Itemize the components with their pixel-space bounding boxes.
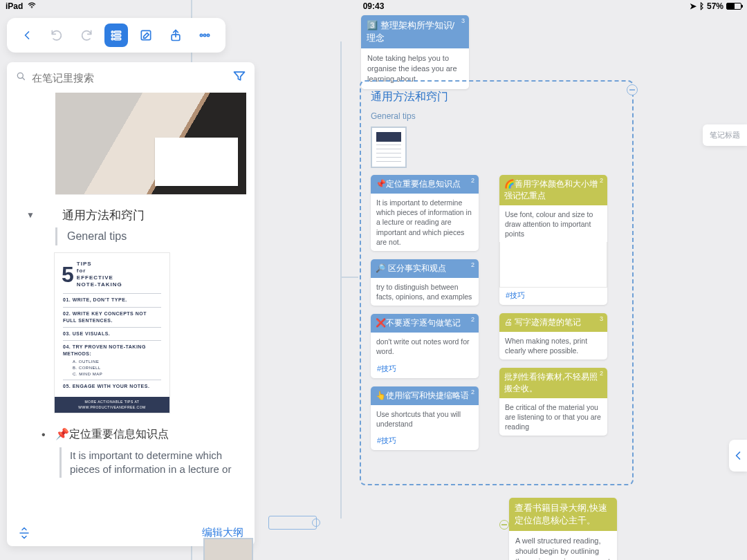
svg-rect-1 (111, 31, 113, 33)
hero-image (55, 93, 246, 195)
node-body: try to distinguish between facts, opinio… (371, 278, 479, 306)
location-icon: ➤ (690, 1, 697, 11)
bluetooth-icon: ᛒ (699, 1, 704, 11)
badge: 3 (461, 17, 465, 24)
node-critical[interactable]: 批判性看待素材,不轻易照搬全收。2 Be critical of the mat… (499, 368, 607, 436)
node-header: 查看书籍目录大纲,快速定位信息核心主干。 (509, 498, 617, 531)
tips-infographic: 5TIPS for EFFECTIVE NOTE-TAKING 01. WRIT… (54, 252, 170, 413)
connector-node[interactable] (268, 516, 317, 530)
svg-rect-5 (111, 38, 113, 39)
group-col-b: 🌈善用字体颜色和大小增强记忆重点2 Use font, colour and s… (499, 175, 607, 450)
redo-button[interactable] (75, 24, 98, 47)
group-title: 通用方法和窍门 (371, 90, 622, 104)
split-icon[interactable] (18, 527, 30, 539)
search-icon (15, 71, 26, 84)
svg-rect-4 (114, 35, 120, 37)
tag[interactable]: #技巧 (371, 361, 479, 378)
device-label: iPad (6, 1, 23, 11)
group-subtitle: General tips (371, 111, 622, 121)
disclosure-icon[interactable]: ▼ (26, 210, 35, 220)
node-no-verbatim[interactable]: ❌不要逐字逐句做笔记2 don't write out notes word f… (371, 314, 479, 377)
group-general-tips[interactable]: 通用方法和窍门 General tips 📌定位重要信息知识点2 It is i… (360, 80, 634, 485)
share-button[interactable] (164, 24, 187, 47)
svg-point-9 (201, 34, 203, 36)
collapse-icon[interactable] (499, 520, 509, 530)
filter-icon[interactable] (232, 69, 246, 86)
tag[interactable]: #技巧 (371, 433, 479, 450)
wifi-icon (27, 1, 37, 12)
outline-body[interactable]: ▼ 通用方法和窍门 General tips 5TIPS for EFFECTI… (7, 93, 255, 522)
node-body: A well structured reading, should begin … (509, 531, 617, 560)
battery-pct: 57% (707, 1, 723, 11)
node-body: don't write out notes word for word. (371, 333, 479, 360)
status-bar: iPad 09:43 ➤ ᛒ 57% (0, 0, 747, 12)
expand-tab[interactable] (729, 440, 747, 472)
node-font-color[interactable]: 🌈善用字体颜色和大小增强记忆重点2 Use font, colour and s… (499, 175, 607, 305)
note-title-tab[interactable]: 笔记标题 (703, 124, 747, 146)
svg-point-11 (208, 34, 210, 36)
node-body: Use font, colour and size to draw attent… (499, 205, 607, 243)
map-vline-2 (340, 41, 342, 519)
collapse-icon[interactable] (627, 84, 638, 95)
outline-panel: ▼ 通用方法和窍门 General tips 5TIPS for EFFECTI… (7, 62, 255, 546)
svg-rect-7 (141, 30, 150, 39)
group-thumbnail (371, 127, 407, 168)
edit-button[interactable] (134, 24, 158, 47)
search-input[interactable] (32, 72, 227, 84)
search-bar (7, 62, 255, 93)
node-print-clearly[interactable]: 🖨 写字迹清楚的笔记3 When making notes, print cle… (499, 313, 607, 360)
note-image (499, 242, 607, 288)
map-hline (342, 277, 358, 278)
node-outline[interactable]: 查看书籍目录大纲,快速定位信息核心主干。 A well structured r… (509, 498, 617, 560)
outline-node-general[interactable]: ▼ 通用方法和窍门 General tips (17, 195, 255, 245)
outline-button[interactable] (104, 24, 128, 47)
node-body: When making notes, print clearly where p… (499, 332, 607, 360)
node-header: 📌定位重要信息知识点2 (371, 175, 479, 194)
node-locate-key[interactable]: 📌定位重要信息知识点2 It is important to determine… (371, 175, 479, 251)
node-distinguish[interactable]: 🔎 区分事实和观点2 try to distinguish between fa… (371, 259, 479, 306)
node-body: Use shortcuts that you will understand (371, 405, 479, 433)
node-organize[interactable]: 3️⃣ 整理架构所学知识/理念3 Note taking helps you t… (361, 15, 469, 89)
back-button[interactable] (15, 24, 39, 47)
node-header: ❌不要逐字逐句做笔记2 (371, 314, 479, 333)
node-body: It is important to determine which piece… (371, 194, 479, 251)
node-body: Be critical of the material you are list… (499, 398, 607, 436)
node-header: 🔎 区分事实和观点2 (371, 259, 479, 278)
node-desc: It is important to determine which piece… (59, 447, 241, 478)
tag[interactable]: #技巧 (499, 288, 607, 305)
undo-button[interactable] (45, 24, 68, 47)
node-subtitle: General tips (55, 227, 255, 245)
toolbar (7, 18, 225, 53)
group-col-a: 📌定位重要信息知识点2 It is important to determine… (371, 175, 479, 450)
node-header: 3️⃣ 整理架构所学知识/理念3 (361, 15, 469, 48)
node-header: 批判性看待素材,不轻易照搬全收。2 (499, 368, 607, 398)
svg-point-0 (32, 7, 33, 8)
node-shortcuts[interactable]: 👆使用缩写和快捷缩略语2 Use shortcuts that you will… (371, 386, 479, 450)
node-header: 👆使用缩写和快捷缩略语2 (371, 386, 479, 405)
outline-node-locate[interactable]: 📌定位重要信息知识点 It is important to determine … (17, 420, 255, 478)
battery-icon (726, 3, 741, 10)
node-title: 📌定位重要信息知识点 (55, 427, 241, 442)
node-title: 通用方法和窍门 (42, 195, 255, 227)
svg-rect-3 (111, 35, 113, 37)
clock: 09:43 (251, 1, 497, 11)
svg-point-10 (204, 34, 206, 36)
svg-rect-2 (114, 31, 120, 33)
floating-thumbnail[interactable] (203, 538, 253, 560)
svg-line-13 (22, 77, 24, 80)
svg-rect-6 (114, 38, 120, 39)
node-header: 🖨 写字迹清楚的笔记3 (499, 313, 607, 332)
more-button[interactable] (193, 24, 216, 47)
node-header: 🌈善用字体颜色和大小增强记忆重点2 (499, 175, 607, 205)
